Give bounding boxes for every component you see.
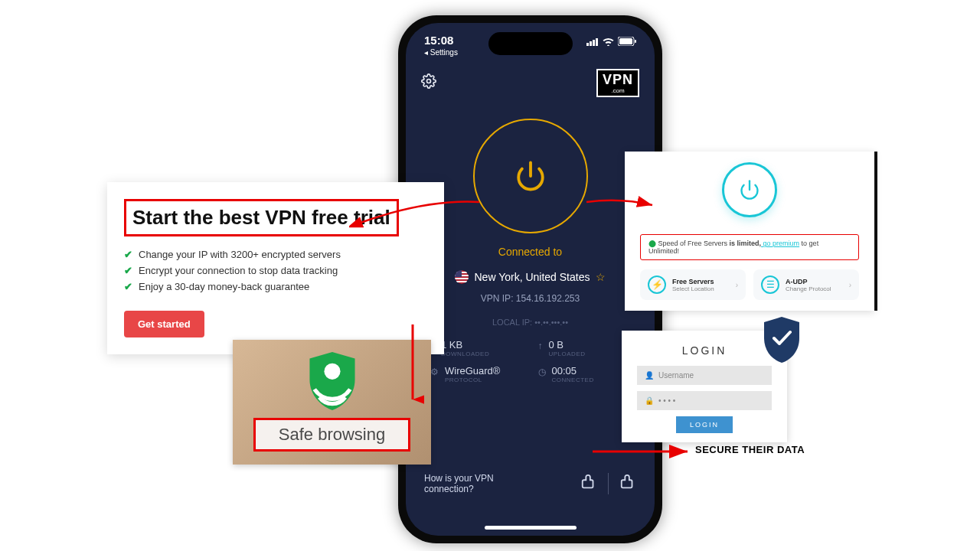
bullet-text: Encrypt your connection to stop data tra… [139,265,338,276]
password-input[interactable]: 🔒 • • • • [637,391,772,410]
download-label: DOWNLOADED [441,350,489,357]
check-icon: ✔ [124,265,132,276]
status-time: 15:08 [424,34,458,47]
upload-value: 0 B [549,339,586,350]
shield-icon [307,352,358,410]
shield-check-icon [763,317,801,363]
status-icons [586,34,636,46]
clock-icon: ◷ [538,367,546,377]
alt-vpn-card: ⬤ Speed of Free Servers is limited, go p… [625,152,874,311]
server-icon: ☰ [761,276,779,294]
protocol-value: WireGuard® [445,365,500,377]
battery-icon [618,37,636,46]
time-label: CONNECTED [552,377,594,383]
stat-protocol: ⚙ WireGuard®PROTOCOL [430,365,523,383]
bolt-icon: ⚡ [648,276,666,294]
star-icon[interactable]: ☆ [596,271,606,283]
svg-rect-0 [586,43,589,46]
gear-icon[interactable] [421,73,436,93]
svg-rect-5 [619,38,632,44]
user-icon: 👤 [645,371,654,380]
svg-rect-3 [596,38,598,46]
home-indicator [485,526,577,530]
svg-rect-6 [635,40,636,43]
upload-label: UPLOADED [549,350,586,357]
svg-rect-2 [593,40,595,46]
download-value: 1 KB [441,339,489,350]
stat-download: ↓ 1 KBDOWNLOADED [430,339,523,357]
tile-sub: Change Protocol [786,285,831,292]
vpn-logo-text: VPN [603,72,633,87]
upload-icon: ↑ [538,341,543,351]
login-button[interactable]: LOGIN [676,416,733,433]
go-premium-link[interactable]: go premium [761,240,799,247]
tile-sub: Select Location [672,285,714,292]
stat-upload: ↑ 0 BUPLOADED [538,339,631,357]
svg-point-7 [427,80,431,83]
svg-rect-14 [455,270,462,277]
bullet-text: Enjoy a 30-day money-back guarantee [139,281,309,292]
username-placeholder: Username [658,371,694,380]
protocol-icon: ⚙ [430,367,439,377]
bullet-list: ✔Change your IP with 3200+ encrypted ser… [124,249,427,292]
vpn-logo-sub: .com [603,88,633,94]
svg-rect-12 [455,278,469,279]
speed-pre: Speed of Free Servers [658,240,730,247]
phone-notch [488,32,573,55]
time-value: 00:05 [552,365,594,377]
check-icon: ✔ [124,249,132,260]
trial-card: Start the best VPN free trial ✔Change yo… [107,182,444,354]
feedback-question: How is your VPN connection? [424,473,516,494]
speed-bold: is limited, [730,240,762,247]
status-back-link[interactable]: ◂ Settings [424,48,458,57]
login-card: LOGIN 👤 Username 🔒 • • • • LOGIN [622,331,787,442]
check-icon: ✔ [124,281,132,292]
free-servers-tile[interactable]: ⚡ Free ServersSelect Location › [640,269,746,300]
protocol-tile[interactable]: ☰ A-UDPChange Protocol › [753,269,859,300]
secure-data-label: SECURE THEIR DATA [695,444,805,455]
login-title: LOGIN [637,344,772,357]
flag-icon [455,270,469,284]
safe-browsing-card: Safe browsing [233,340,431,465]
lock-icon: 🔒 [645,396,654,405]
password-placeholder: • • • • [658,396,675,405]
tile-title: Free Servers [672,278,714,285]
svg-rect-13 [455,281,469,282]
chevron-right-icon: › [736,281,738,289]
power-button[interactable] [473,119,588,233]
tile-title: A-UDP [786,278,831,285]
svg-rect-1 [590,41,592,46]
safe-browsing-box: Safe browsing [253,418,410,452]
divider [608,473,609,494]
bullet-text: Change your IP with 3200+ encrypted serv… [139,249,341,260]
svg-point-15 [324,364,340,380]
location-text: New York, United States [475,271,590,283]
connected-label: Connected to [421,246,639,258]
list-item: ✔Enjoy a 30-day money-back guarantee [124,281,427,292]
stat-time: ◷ 00:05CONNECTED [538,365,631,383]
location-row[interactable]: New York, United States ☆ [421,270,639,284]
local-ip: LOCAL IP: ••.••.•••.•• [421,318,639,327]
signal-icon [586,37,599,46]
vpn-logo: VPN .com [596,69,639,97]
vpn-ip: VPN IP: 154.16.192.253 [421,293,639,304]
list-item: ✔Encrypt your connection to stop data tr… [124,265,427,276]
thumbs-up-button[interactable] [619,474,636,494]
list-item: ✔Change your IP with 3200+ encrypted ser… [124,249,427,260]
safe-browsing-label: Safe browsing [279,425,385,444]
chevron-right-icon: › [849,281,851,289]
speed-notice: ⬤ Speed of Free Servers is limited, go p… [640,234,859,260]
alt-power-button[interactable] [722,162,777,217]
username-input[interactable]: 👤 Username [637,366,772,385]
wifi-icon [603,37,614,46]
get-started-button[interactable]: Get started [124,311,204,337]
protocol-label: PROTOCOL [445,377,500,383]
thumbs-down-button[interactable] [580,474,597,494]
trial-headline: Start the best VPN free trial [124,199,399,236]
